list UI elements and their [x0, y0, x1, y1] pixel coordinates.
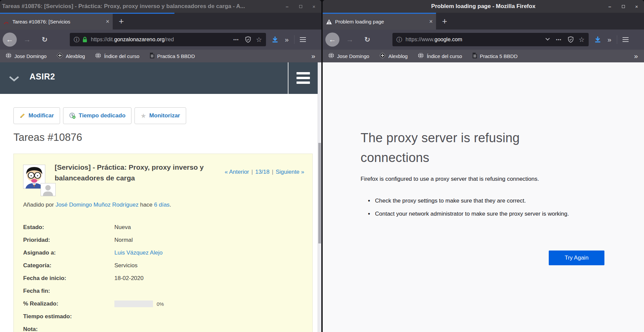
menu-icon[interactable]	[300, 39, 306, 40]
tab-title: Tareas #10876: [Servicios	[12, 19, 70, 24]
bookmark-jose-domingo[interactable]: Jose Domingo	[5, 52, 47, 60]
issue-fields: Estado:Nueva Prioridad:Normal Asignado a…	[23, 221, 164, 332]
issue-added-line: Añadido por José Domingo Muñoz Rodríguez…	[23, 202, 171, 208]
bookmark-star-icon[interactable]: ☆	[256, 36, 262, 44]
bookmark-alexblog[interactable]: Alexblog	[379, 52, 408, 60]
page-scrollbar[interactable]	[318, 62, 321, 332]
scrollbar-thumb[interactable]	[318, 143, 321, 243]
reload-button[interactable]: ↻	[362, 36, 373, 44]
lock-icon[interactable]	[82, 37, 88, 43]
issue-pager: « Anterior|13/18|Siguiente »	[225, 169, 304, 175]
next-link[interactable]: Siguiente »	[276, 169, 304, 175]
menu-icon[interactable]	[623, 39, 629, 40]
redmine-favicon-icon	[3, 19, 9, 25]
url-bar[interactable]: ⓘ https://dit.gonzalonazareno.org/red ••…	[70, 33, 266, 46]
bookmark-jose-domingo[interactable]: Jose Domingo	[328, 52, 369, 60]
new-tab-button[interactable]: +	[119, 16, 124, 26]
prev-link[interactable]: « Anterior	[225, 169, 249, 175]
globe-icon	[328, 52, 334, 60]
tab-error[interactable]: Problem loading page ×	[323, 14, 436, 30]
url-dropdown-icon[interactable]	[546, 36, 550, 41]
back-button[interactable]: ←	[325, 33, 339, 47]
error-bullet: Contact your network administrator to ma…	[375, 210, 570, 218]
site-info-icon[interactable]: ⓘ	[74, 36, 79, 44]
navigation-toolbar: ← → ↻ ⓘ https://www.google.com ••• ☆ »	[323, 30, 644, 50]
modificar-button[interactable]: Modificar	[13, 107, 60, 124]
tab-close-icon[interactable]: ×	[106, 18, 109, 25]
maximize-icon[interactable]	[621, 4, 626, 9]
field-row: Estado:Nueva	[23, 221, 164, 234]
tab-close-icon[interactable]: ×	[429, 18, 433, 25]
bookmarks-toolbar: Jose Domingo Alexblog Índice del curso P…	[0, 50, 321, 62]
minimize-icon[interactable]: –	[284, 4, 290, 9]
bookmark-indice-del-curso[interactable]: Índice del curso	[418, 52, 462, 60]
tracking-shield-icon[interactable]	[245, 36, 251, 43]
window-titlebar[interactable]: Problem loading page - Mozilla Firefox –…	[323, 0, 644, 13]
site-info-icon[interactable]: ⓘ	[396, 36, 402, 44]
firefox-window-redmine: Tareas #10876: [Servicios] - Práctica: P…	[0, 0, 321, 332]
field-row: Fecha fin:	[23, 285, 164, 297]
maximize-icon[interactable]	[298, 4, 303, 9]
page-title: Tareas #10876	[13, 131, 82, 144]
bookmark-practica-5-bbdd[interactable]: Practica 5 BBDD	[472, 52, 518, 60]
progress-bar	[114, 300, 153, 307]
active-tab-stripe	[323, 13, 436, 14]
issue-actions: Modificar Tiempo dedicado ★ Monitorizar	[13, 107, 186, 124]
window-title: Problem loading page - Mozilla Firefox	[431, 3, 536, 10]
url-bar[interactable]: ⓘ https://www.google.com ••• ☆	[392, 33, 589, 46]
bookmarks-overflow-icon[interactable]: »	[634, 52, 638, 60]
try-again-button[interactable]: Try Again	[549, 251, 604, 265]
author-link[interactable]: José Domingo Muñoz Rodríguez	[55, 202, 139, 208]
error-page: The proxy server is refusing connections…	[323, 62, 644, 332]
bookmarks-overflow-icon[interactable]: »	[311, 52, 315, 60]
assignee-link[interactable]: Luis Vázquez Alejo	[114, 250, 163, 256]
field-row: Fecha de inicio:18-02-2020	[23, 272, 164, 285]
ago-link[interactable]: 6 días	[154, 202, 169, 208]
page-actions-icon[interactable]: •••	[233, 37, 239, 42]
globe-icon	[5, 52, 12, 60]
project-header: ASIR2	[0, 62, 318, 94]
bookmark-indice-del-curso[interactable]: Índice del curso	[95, 52, 139, 60]
tiempo-dedicado-button[interactable]: Tiempo dedicado	[63, 107, 132, 124]
count-link[interactable]: 13/18	[255, 169, 270, 175]
field-row: Tiempo estimado:	[23, 310, 164, 323]
close-icon[interactable]: ×	[311, 4, 317, 9]
close-icon[interactable]: ×	[634, 4, 639, 9]
project-menu-icon[interactable]	[297, 72, 310, 86]
field-row-progress: % Realizado:0%	[23, 297, 164, 310]
forward-button[interactable]: →	[344, 35, 356, 44]
clock-icon	[69, 112, 76, 119]
document-icon	[150, 52, 155, 60]
progress-percent: 0%	[157, 301, 164, 307]
minimize-icon[interactable]: –	[607, 4, 612, 9]
new-tab-button[interactable]: +	[442, 16, 447, 26]
bookmark-alexblog[interactable]: Alexblog	[57, 52, 85, 60]
error-description: Firefox is configured to use a proxy ser…	[361, 176, 539, 182]
diamond-icon	[379, 52, 386, 60]
toolbar-overflow-icon[interactable]: »	[285, 36, 289, 44]
forward-button[interactable]: →	[21, 35, 33, 44]
downloads-icon[interactable]	[594, 36, 601, 43]
field-row: Nota:	[23, 323, 164, 332]
downloads-icon[interactable]	[271, 36, 279, 43]
reload-button[interactable]: ↻	[39, 36, 50, 44]
monitorizar-button[interactable]: ★ Monitorizar	[135, 107, 186, 124]
tab-bar: Tareas #10876: [Servicios × +	[0, 13, 321, 30]
chevron-down-icon[interactable]	[9, 76, 19, 83]
tab-redmine[interactable]: Tareas #10876: [Servicios ×	[0, 14, 113, 30]
toolbar-overflow-icon[interactable]: »	[607, 36, 611, 44]
bookmark-practica-5-bbdd[interactable]: Practica 5 BBDD	[150, 52, 195, 60]
bookmarks-toolbar: Jose Domingo Alexblog Índice del curso P…	[323, 50, 644, 62]
error-bullet: Check the proxy settings to make sure th…	[375, 197, 570, 205]
back-button[interactable]: ←	[3, 33, 17, 47]
field-row: Prioridad:Normal	[23, 234, 164, 246]
window-titlebar[interactable]: Tareas #10876: [Servicios] - Práctica: P…	[0, 0, 321, 13]
diamond-icon	[57, 52, 63, 60]
tracking-shield-icon[interactable]	[568, 36, 574, 43]
page-actions-icon[interactable]: •••	[556, 37, 561, 42]
bookmark-star-icon[interactable]: ☆	[579, 36, 585, 44]
firefox-window-error: Problem loading page - Mozilla Firefox –…	[323, 0, 644, 332]
issue-box: [Servicios] - Práctica: Proxy, proxy inv…	[13, 154, 313, 332]
warning-icon	[326, 19, 332, 24]
window-title: Tareas #10876: [Servicios] - Práctica: P…	[0, 3, 245, 10]
